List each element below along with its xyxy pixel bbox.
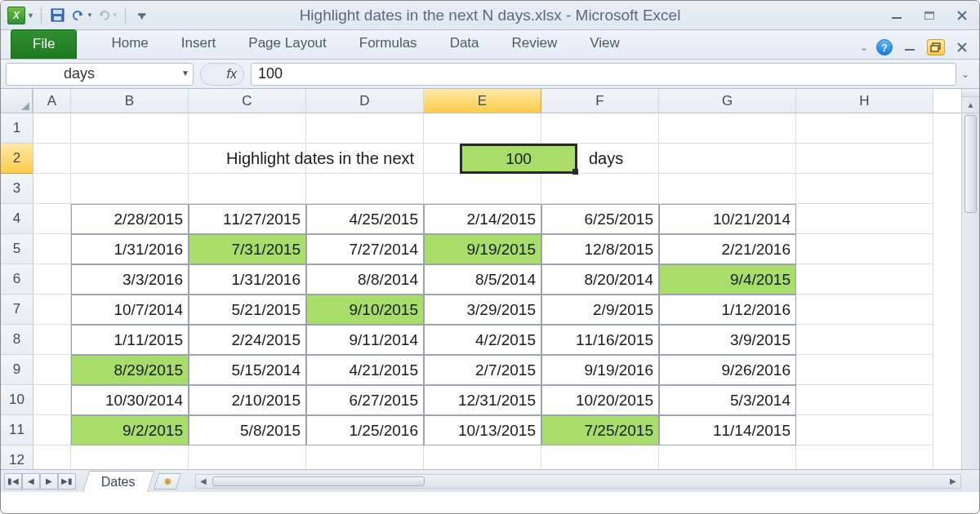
cell[interactable]: 9/2/2015 xyxy=(71,415,189,445)
ribbon-minimize-icon[interactable]: ⌄ xyxy=(860,42,868,53)
cell[interactable] xyxy=(71,113,189,144)
tab-view[interactable]: View xyxy=(573,30,636,59)
cell[interactable] xyxy=(796,204,933,234)
select-all-button[interactable] xyxy=(1,89,33,113)
column-header-H[interactable]: H xyxy=(796,89,933,113)
cell[interactable]: 7/31/2015 xyxy=(189,234,306,264)
row-header-11[interactable]: 11 xyxy=(1,415,33,445)
cell[interactable]: 9/4/2015 xyxy=(659,264,796,295)
tab-insert[interactable]: Insert xyxy=(165,30,233,59)
cell[interactable] xyxy=(796,325,933,355)
cell[interactable] xyxy=(306,113,424,144)
cell[interactable]: 10/30/2014 xyxy=(71,385,189,415)
column-header-D[interactable]: D xyxy=(306,89,424,113)
name-box[interactable]: days ▼ xyxy=(6,63,194,86)
cell[interactable] xyxy=(71,174,189,204)
row-header-3[interactable]: 3 xyxy=(1,174,33,204)
scroll-right-button[interactable]: ▶ xyxy=(946,476,960,485)
cell[interactable] xyxy=(424,113,541,144)
cell[interactable]: 11/14/2015 xyxy=(659,415,796,445)
cell[interactable]: 5/21/2015 xyxy=(189,295,306,325)
file-tab[interactable]: File xyxy=(11,29,77,59)
cell[interactable]: 10/7/2014 xyxy=(71,295,189,325)
sheet-tab-dates[interactable]: Dates xyxy=(82,471,154,492)
cell[interactable]: 2/28/2015 xyxy=(71,204,189,234)
cell[interactable]: 1/12/2016 xyxy=(659,295,796,325)
row-header-4[interactable]: 4 xyxy=(1,204,33,234)
cell[interactable] xyxy=(33,325,71,355)
row-header-7[interactable]: 7 xyxy=(1,295,33,325)
close-button[interactable] xyxy=(951,7,973,24)
last-sheet-button[interactable]: ▶▮ xyxy=(58,473,76,490)
minimize-button[interactable] xyxy=(886,7,907,24)
cell[interactable] xyxy=(796,234,933,264)
cell[interactable] xyxy=(33,144,71,174)
cell[interactable]: 2/10/2015 xyxy=(189,385,306,415)
cell[interactable]: 5/8/2015 xyxy=(189,415,306,445)
cell[interactable]: 10/20/2015 xyxy=(541,385,659,415)
cell[interactable]: 2/7/2015 xyxy=(424,355,541,385)
cell[interactable]: 7/27/2014 xyxy=(306,234,424,264)
cell[interactable] xyxy=(796,113,933,144)
scroll-left-button[interactable]: ◀ xyxy=(196,476,211,485)
cell[interactable]: 5/3/2014 xyxy=(659,385,796,415)
cell[interactable]: 12/31/2015 xyxy=(424,385,541,415)
days-input-cell[interactable]: 100 xyxy=(460,144,577,174)
cell[interactable]: 3/9/2015 xyxy=(659,325,796,355)
cell[interactable] xyxy=(796,264,933,295)
cell[interactable] xyxy=(796,355,933,385)
cell[interactable] xyxy=(796,144,933,174)
cell[interactable] xyxy=(33,355,71,385)
cell[interactable] xyxy=(659,144,796,174)
column-header-A[interactable]: A xyxy=(33,89,71,113)
first-sheet-button[interactable]: ▮◀ xyxy=(4,473,22,490)
tab-formulas[interactable]: Formulas xyxy=(343,30,434,59)
cell[interactable]: 10/21/2014 xyxy=(659,204,796,234)
cell[interactable] xyxy=(541,113,659,144)
cell[interactable] xyxy=(33,174,71,204)
cells-area[interactable]: Highlight dates in the next 100 days 2/2… xyxy=(33,113,961,476)
tab-review[interactable]: Review xyxy=(496,30,574,59)
customize-qat-button[interactable]: ▬▼ xyxy=(132,6,152,25)
cell[interactable] xyxy=(33,295,71,325)
cell[interactable]: 3/29/2015 xyxy=(424,295,541,325)
column-header-G[interactable]: G xyxy=(659,89,796,113)
next-sheet-button[interactable]: ▶ xyxy=(40,473,58,490)
cell[interactable]: 12/8/2015 xyxy=(541,234,659,264)
cell[interactable] xyxy=(71,144,189,174)
cell[interactable] xyxy=(541,174,659,204)
dropdown-icon[interactable]: ▼ xyxy=(87,11,93,19)
cell[interactable] xyxy=(424,174,541,204)
cell[interactable]: 7/25/2015 xyxy=(541,415,659,445)
cell[interactable]: 11/27/2015 xyxy=(189,204,306,234)
cell[interactable]: 8/5/2014 xyxy=(424,264,541,295)
cell[interactable]: 9/19/2015 xyxy=(424,234,541,264)
cell[interactable]: 11/16/2015 xyxy=(541,325,659,355)
cell[interactable]: 1/31/2016 xyxy=(189,264,306,295)
mdi-restore-button[interactable] xyxy=(927,39,945,55)
scroll-up-button[interactable]: ▲ xyxy=(962,97,979,113)
split-handle[interactable] xyxy=(962,89,979,97)
save-button[interactable] xyxy=(48,6,68,25)
dropdown-icon[interactable]: ▼ xyxy=(181,69,189,78)
row-header-10[interactable]: 10 xyxy=(1,385,33,415)
cell[interactable] xyxy=(796,295,933,325)
cell[interactable] xyxy=(796,415,933,445)
cell[interactable] xyxy=(796,174,933,204)
row-header-2[interactable]: 2 xyxy=(1,144,33,174)
row-header-9[interactable]: 9 xyxy=(1,355,33,385)
cell[interactable]: 9/26/2016 xyxy=(659,355,796,385)
scroll-thumb[interactable] xyxy=(212,476,425,486)
undo-button[interactable]: ▼ xyxy=(71,6,93,25)
cell[interactable]: 1/25/2016 xyxy=(306,415,424,445)
cell[interactable]: 2/14/2015 xyxy=(424,204,541,234)
cell[interactable]: 9/10/2015 xyxy=(306,295,424,325)
new-sheet-button[interactable]: ✸ xyxy=(154,473,181,490)
expand-formula-bar-button[interactable]: ⌄ xyxy=(956,69,974,80)
cell[interactable]: 1/11/2015 xyxy=(71,325,189,355)
cell[interactable] xyxy=(33,113,71,144)
column-header-B[interactable]: B xyxy=(71,89,189,113)
row-header-5[interactable]: 5 xyxy=(1,234,33,264)
cell[interactable] xyxy=(33,234,71,264)
column-header-F[interactable]: F xyxy=(541,89,659,113)
